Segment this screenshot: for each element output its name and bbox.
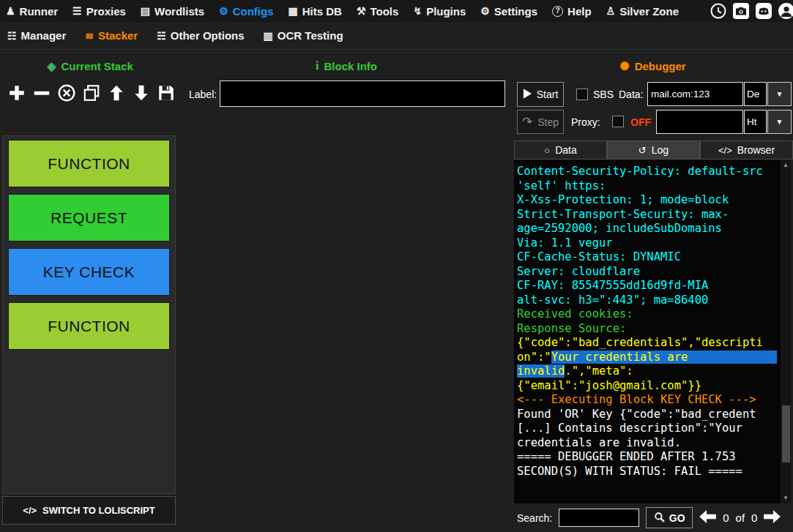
step-label: Step xyxy=(537,116,559,128)
log-line: CF-Cache-Status: DYNAMIC xyxy=(517,250,781,265)
move-up-button[interactable] xyxy=(105,81,127,106)
wordlist-type-select[interactable]: De xyxy=(744,82,767,106)
move-down-button[interactable] xyxy=(130,81,152,106)
log-line: credentials are invalid. xyxy=(517,436,781,451)
log-line: {"code":"bad_credentials","descripti xyxy=(517,336,781,351)
proxy-input[interactable] xyxy=(656,110,743,134)
code-icon: </> xyxy=(23,505,37,516)
submenu-stacker[interactable]: ≋Stacker xyxy=(85,29,138,42)
menu-help-label: Help xyxy=(567,5,592,18)
sbs-label: SBS xyxy=(593,89,614,100)
tab-log[interactable]: ↺Log xyxy=(607,141,700,160)
stack-block-function[interactable]: FUNCTION xyxy=(8,302,170,350)
camera-icon[interactable] xyxy=(732,2,750,20)
menu-silver-zone[interactable]: ♙Silver Zone xyxy=(606,5,679,18)
tab-data-label: Data xyxy=(555,144,577,156)
proxy-state-badge: OFF xyxy=(630,116,651,128)
discord-icon[interactable] xyxy=(755,2,772,20)
arrow-down-icon xyxy=(132,83,151,105)
next-match-button[interactable] xyxy=(764,510,781,525)
stack-block-key-check[interactable]: KEY CHECK xyxy=(8,248,170,296)
top-menu-bar: ♟Runner☰Proxies▤Wordlists⚙Configs▦Hits D… xyxy=(0,0,793,22)
start-button[interactable]: Start xyxy=(517,82,564,107)
step-button[interactable]: ↷ Step xyxy=(517,110,564,134)
silver-zone-icon: ♙ xyxy=(606,6,616,16)
stack-block-request[interactable]: REQUEST xyxy=(8,194,170,241)
data-input[interactable] xyxy=(647,82,743,106)
log-line: Server: cloudflare xyxy=(517,265,781,280)
stack-block-function[interactable]: FUNCTION xyxy=(8,140,170,187)
menu-help[interactable]: ?Help xyxy=(552,5,592,18)
switch-label: SWITCH TO LOLISCRIPT xyxy=(42,505,155,516)
block-info-header: i Block Info xyxy=(180,58,513,74)
log-line: Strict-Transport-Security: max- xyxy=(517,208,781,222)
log-line: Response Source: xyxy=(517,322,781,337)
wordlists-icon: ▤ xyxy=(141,6,150,16)
match-of-label: of xyxy=(736,512,745,524)
submenu-ocr-testing[interactable]: ▥OCR Testing xyxy=(264,29,343,42)
play-icon xyxy=(523,89,532,101)
log-line: <--- Executing Block KEY CHECK ---> xyxy=(517,393,781,408)
config-sub-menu: ☷Manager≋Stacker☵Other Options▥OCR Testi… xyxy=(7,29,343,42)
remove-block-button[interactable] xyxy=(31,81,53,106)
menu-plugins[interactable]: ↯Plugins xyxy=(413,5,466,18)
menu-proxies[interactable]: ☰Proxies xyxy=(72,5,126,18)
scroll-down-icon[interactable]: ▼ xyxy=(781,495,791,501)
wordlist-type-dropdown-arrow[interactable]: ▼ xyxy=(767,82,792,106)
menu-hits-db-label: Hits DB xyxy=(302,5,342,18)
tab-browser[interactable]: </>Browser xyxy=(700,141,793,160)
hits-db-icon: ▦ xyxy=(288,6,298,16)
menu-runner[interactable]: ♟Runner xyxy=(6,5,58,18)
current-stack-panel: FUNCTIONREQUESTKEY CHECKFUNCTION xyxy=(2,135,176,494)
log-line: Content-Security-Policy: default-src xyxy=(517,165,781,179)
menu-settings[interactable]: ⚙Settings xyxy=(480,5,537,18)
block-label-caption: Label: xyxy=(189,89,217,100)
clear-stack-button[interactable] xyxy=(56,81,78,106)
save-config-button[interactable] xyxy=(155,81,177,106)
runner-icon: ♟ xyxy=(6,6,15,16)
tab-data[interactable]: ○Data xyxy=(514,141,607,160)
top-menu: ♟Runner☰Proxies▤Wordlists⚙Configs▦Hits D… xyxy=(6,5,679,18)
start-label: Start xyxy=(537,89,559,100)
proxy-type-dropdown-arrow[interactable]: ▼ xyxy=(767,110,792,134)
proxy-checkbox[interactable] xyxy=(612,116,624,127)
match-current: 0 xyxy=(723,512,729,524)
log-search-bar: Search: GO 0 of 0 xyxy=(513,503,793,532)
search-go-button[interactable]: GO xyxy=(646,507,693,528)
menu-tools[interactable]: ⚒Tools xyxy=(357,5,398,18)
scrollbar-thumb[interactable] xyxy=(782,405,790,462)
topbar-icon-group xyxy=(710,2,793,20)
block-label-input[interactable] xyxy=(220,80,505,107)
add-block-button[interactable] xyxy=(6,81,28,106)
submenu-manager[interactable]: ☷Manager xyxy=(7,29,66,42)
arrow-right-icon xyxy=(764,510,781,525)
block-info-title: Block Info xyxy=(324,60,377,72)
current-stack-title: Current Stack xyxy=(61,60,133,72)
menu-configs-label: Configs xyxy=(233,5,274,18)
search-input[interactable] xyxy=(559,509,639,527)
previous-match-button[interactable] xyxy=(699,510,716,525)
proxy-type-select[interactable]: Ht xyxy=(744,110,767,134)
menu-wordlists[interactable]: ▤Wordlists xyxy=(141,5,204,18)
circle-x-icon xyxy=(57,83,76,105)
search-caption: Search: xyxy=(517,512,552,524)
user-icon[interactable] xyxy=(778,2,793,20)
submenu-other-options[interactable]: ☵Other Options xyxy=(157,29,244,42)
log-scrollbar[interactable]: ▲ ▼ xyxy=(781,160,791,503)
scroll-up-icon[interactable]: ▲ xyxy=(781,162,791,168)
log-line: ===== DEBUGGER ENDED AFTER 1.753 xyxy=(517,450,781,465)
menu-configs[interactable]: ⚙Configs xyxy=(219,5,273,18)
log-line: Received cookies: xyxy=(517,307,781,322)
submenu-ocr-testing-label: OCR Testing xyxy=(278,29,343,42)
switch-to-loliscript-button[interactable]: </> SWITCH TO LOLISCRIPT xyxy=(2,496,176,525)
data-caption: Data: xyxy=(619,89,643,100)
arrow-up-icon xyxy=(107,83,126,105)
history-icon[interactable] xyxy=(710,2,727,20)
save-icon xyxy=(157,83,176,105)
tab-browser-label: Browser xyxy=(737,144,775,156)
debugger-log[interactable]: Content-Security-Policy: default-src'sel… xyxy=(514,160,781,503)
clone-block-button[interactable] xyxy=(81,81,103,106)
manager-icon: ☷ xyxy=(7,31,17,41)
menu-hits-db[interactable]: ▦Hits DB xyxy=(288,5,342,18)
sbs-checkbox[interactable] xyxy=(576,89,588,100)
